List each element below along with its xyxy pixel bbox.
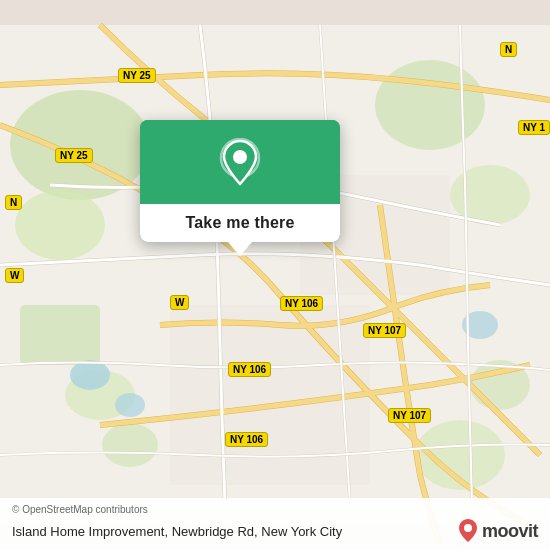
- svg-point-16: [233, 150, 247, 164]
- svg-rect-3: [20, 305, 100, 365]
- route-label-ny107-1: NY 107: [363, 323, 406, 338]
- route-label-n2: N: [5, 195, 22, 210]
- svg-point-6: [375, 60, 485, 150]
- route-label-ny106-2: NY 106: [228, 362, 271, 377]
- popup-top: [140, 120, 340, 204]
- moovit-text: moovit: [482, 521, 538, 542]
- route-label-ny25-2: NY 25: [55, 148, 93, 163]
- route-label-ny1: NY 1: [518, 120, 550, 135]
- location-pin-icon: [218, 138, 262, 190]
- footer: © OpenStreetMap contributors Island Home…: [0, 498, 550, 550]
- location-text: Island Home Improvement, Newbridge Rd, N…: [12, 524, 342, 539]
- svg-point-11: [115, 393, 145, 417]
- map-container: NY 25 NY 25 NY 106 NY 106 NY 106 NY 107 …: [0, 0, 550, 550]
- svg-point-2: [15, 190, 105, 260]
- attribution-text: © OpenStreetMap contributors: [12, 504, 148, 515]
- svg-point-10: [70, 360, 110, 390]
- popup-card: Take me there: [140, 120, 340, 242]
- svg-point-5: [102, 423, 158, 467]
- footer-attribution: © OpenStreetMap contributors: [12, 504, 538, 515]
- route-label-ny106-3: NY 106: [225, 432, 268, 447]
- svg-point-17: [464, 524, 472, 532]
- route-label-n1: N: [500, 42, 517, 57]
- route-label-ny107-2: NY 107: [388, 408, 431, 423]
- route-label-ny25-1: NY 25: [118, 68, 156, 83]
- popup-bottom[interactable]: Take me there: [140, 204, 340, 242]
- route-label-ny106-1: NY 106: [280, 296, 323, 311]
- moovit-logo: moovit: [457, 518, 538, 544]
- take-me-label[interactable]: Take me there: [185, 214, 294, 231]
- map-svg: [0, 0, 550, 550]
- popup-arrow: [228, 242, 252, 256]
- route-label-w1: W: [5, 268, 24, 283]
- moovit-pin-icon: [457, 518, 479, 544]
- route-label-w2: W: [170, 295, 189, 310]
- footer-location: Island Home Improvement, Newbridge Rd, N…: [12, 518, 538, 544]
